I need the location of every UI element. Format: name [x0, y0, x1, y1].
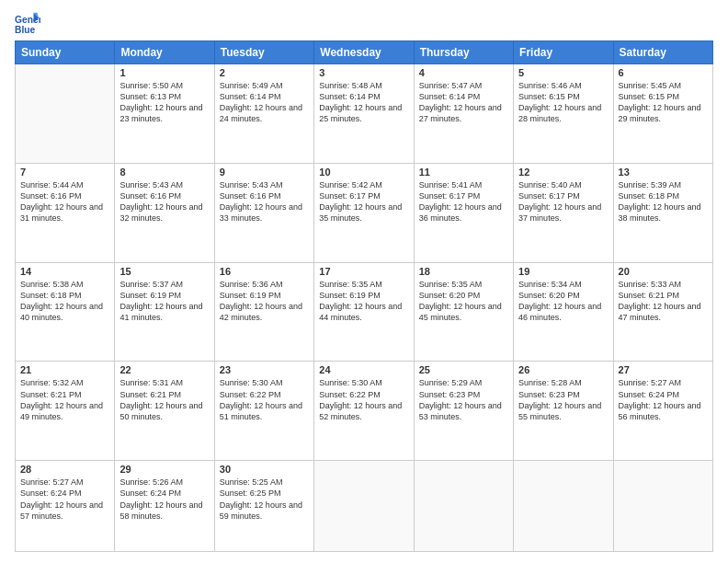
day-info: Sunrise: 5:47 AM Sunset: 6:14 PM Dayligh…	[419, 80, 508, 125]
day-header-tuesday: Tuesday	[214, 41, 313, 64]
svg-text:Blue: Blue	[15, 25, 36, 35]
day-number: 21	[20, 364, 109, 375]
day-info: Sunrise: 5:41 AM Sunset: 6:17 PM Dayligh…	[419, 179, 508, 224]
day-number: 20	[619, 266, 708, 277]
day-number: 1	[119, 67, 209, 78]
calendar-cell	[414, 461, 513, 552]
week-row-2: 7Sunrise: 5:44 AM Sunset: 6:16 PM Daylig…	[16, 163, 713, 262]
day-header-wednesday: Wednesday	[314, 41, 414, 64]
day-number: 17	[319, 266, 408, 277]
day-number: 26	[518, 364, 608, 375]
calendar-cell: 16Sunrise: 5:36 AM Sunset: 6:19 PM Dayli…	[214, 262, 313, 362]
day-info: Sunrise: 5:44 AM Sunset: 6:16 PM Dayligh…	[20, 179, 109, 224]
calendar-cell: 13Sunrise: 5:39 AM Sunset: 6:18 PM Dayli…	[613, 163, 712, 262]
day-header-sunday: Sunday	[16, 41, 115, 64]
calendar-cell: 20Sunrise: 5:33 AM Sunset: 6:21 PM Dayli…	[613, 262, 712, 362]
calendar-cell: 21Sunrise: 5:32 AM Sunset: 6:21 PM Dayli…	[16, 362, 115, 461]
day-info: Sunrise: 5:35 AM Sunset: 6:19 PM Dayligh…	[319, 279, 408, 324]
calendar-cell: 4Sunrise: 5:47 AM Sunset: 6:14 PM Daylig…	[414, 64, 513, 164]
day-number: 2	[220, 67, 309, 78]
day-info: Sunrise: 5:31 AM Sunset: 6:21 PM Dayligh…	[119, 377, 209, 422]
day-number: 5	[518, 67, 608, 78]
calendar-cell: 1Sunrise: 5:50 AM Sunset: 6:13 PM Daylig…	[115, 64, 214, 164]
page: General Blue SundayMondayTuesdayWednesda…	[0, 0, 728, 563]
day-number: 25	[419, 364, 508, 375]
day-number: 19	[518, 266, 608, 277]
header: General Blue	[15, 11, 713, 37]
day-info: Sunrise: 5:37 AM Sunset: 6:19 PM Dayligh…	[119, 279, 209, 324]
day-info: Sunrise: 5:29 AM Sunset: 6:23 PM Dayligh…	[419, 377, 508, 422]
day-info: Sunrise: 5:45 AM Sunset: 6:15 PM Dayligh…	[619, 80, 708, 125]
day-number: 30	[220, 464, 309, 475]
day-info: Sunrise: 5:28 AM Sunset: 6:23 PM Dayligh…	[518, 377, 608, 422]
calendar-cell: 14Sunrise: 5:38 AM Sunset: 6:18 PM Dayli…	[16, 262, 115, 362]
day-info: Sunrise: 5:27 AM Sunset: 6:24 PM Dayligh…	[619, 377, 708, 422]
day-info: Sunrise: 5:48 AM Sunset: 6:14 PM Dayligh…	[319, 80, 408, 125]
calendar-cell: 30Sunrise: 5:25 AM Sunset: 6:25 PM Dayli…	[214, 461, 313, 552]
calendar-cell	[314, 461, 414, 552]
week-row-3: 14Sunrise: 5:38 AM Sunset: 6:18 PM Dayli…	[16, 262, 713, 362]
day-info: Sunrise: 5:26 AM Sunset: 6:24 PM Dayligh…	[119, 477, 209, 522]
calendar-cell: 2Sunrise: 5:49 AM Sunset: 6:14 PM Daylig…	[214, 64, 313, 164]
day-info: Sunrise: 5:50 AM Sunset: 6:13 PM Dayligh…	[119, 80, 209, 125]
day-number: 15	[119, 266, 209, 277]
day-info: Sunrise: 5:30 AM Sunset: 6:22 PM Dayligh…	[220, 377, 309, 422]
calendar-cell	[514, 461, 613, 552]
calendar-cell: 17Sunrise: 5:35 AM Sunset: 6:19 PM Dayli…	[314, 262, 414, 362]
day-info: Sunrise: 5:46 AM Sunset: 6:15 PM Dayligh…	[518, 80, 608, 125]
day-number: 28	[20, 464, 109, 475]
calendar-table: SundayMondayTuesdayWednesdayThursdayFrid…	[15, 40, 713, 552]
day-number: 8	[119, 167, 209, 178]
calendar-cell: 25Sunrise: 5:29 AM Sunset: 6:23 PM Dayli…	[414, 362, 513, 461]
calendar-cell: 19Sunrise: 5:34 AM Sunset: 6:20 PM Dayli…	[514, 262, 613, 362]
calendar-cell: 10Sunrise: 5:42 AM Sunset: 6:17 PM Dayli…	[314, 163, 414, 262]
calendar-cell: 8Sunrise: 5:43 AM Sunset: 6:16 PM Daylig…	[115, 163, 214, 262]
day-number: 24	[319, 364, 408, 375]
calendar-cell: 5Sunrise: 5:46 AM Sunset: 6:15 PM Daylig…	[514, 64, 613, 164]
day-number: 3	[319, 67, 408, 78]
day-number: 27	[619, 364, 708, 375]
day-header-thursday: Thursday	[414, 41, 513, 64]
day-number: 14	[20, 266, 109, 277]
calendar-cell	[16, 64, 115, 164]
calendar-cell: 28Sunrise: 5:27 AM Sunset: 6:24 PM Dayli…	[16, 461, 115, 552]
day-info: Sunrise: 5:42 AM Sunset: 6:17 PM Dayligh…	[319, 179, 408, 224]
calendar-cell: 12Sunrise: 5:40 AM Sunset: 6:17 PM Dayli…	[514, 163, 613, 262]
calendar-header-row: SundayMondayTuesdayWednesdayThursdayFrid…	[16, 41, 713, 64]
week-row-4: 21Sunrise: 5:32 AM Sunset: 6:21 PM Dayli…	[16, 362, 713, 461]
day-number: 10	[319, 167, 408, 178]
day-number: 12	[518, 167, 608, 178]
day-number: 29	[119, 464, 209, 475]
week-row-5: 28Sunrise: 5:27 AM Sunset: 6:24 PM Dayli…	[16, 461, 713, 552]
day-number: 18	[419, 266, 508, 277]
day-info: Sunrise: 5:39 AM Sunset: 6:18 PM Dayligh…	[619, 179, 708, 224]
day-header-friday: Friday	[514, 41, 613, 64]
calendar-cell: 11Sunrise: 5:41 AM Sunset: 6:17 PM Dayli…	[414, 163, 513, 262]
logo-icon: General Blue	[15, 11, 40, 37]
day-info: Sunrise: 5:30 AM Sunset: 6:22 PM Dayligh…	[319, 377, 408, 422]
day-number: 7	[20, 167, 109, 178]
day-number: 9	[220, 167, 309, 178]
calendar-cell: 6Sunrise: 5:45 AM Sunset: 6:15 PM Daylig…	[613, 64, 712, 164]
day-number: 11	[419, 167, 508, 178]
week-row-1: 1Sunrise: 5:50 AM Sunset: 6:13 PM Daylig…	[16, 64, 713, 164]
calendar-cell: 26Sunrise: 5:28 AM Sunset: 6:23 PM Dayli…	[514, 362, 613, 461]
day-info: Sunrise: 5:49 AM Sunset: 6:14 PM Dayligh…	[220, 80, 309, 125]
calendar-cell: 18Sunrise: 5:35 AM Sunset: 6:20 PM Dayli…	[414, 262, 513, 362]
day-info: Sunrise: 5:35 AM Sunset: 6:20 PM Dayligh…	[419, 279, 508, 324]
day-number: 16	[220, 266, 309, 277]
day-number: 6	[619, 67, 708, 78]
calendar-cell: 29Sunrise: 5:26 AM Sunset: 6:24 PM Dayli…	[115, 461, 214, 552]
day-info: Sunrise: 5:36 AM Sunset: 6:19 PM Dayligh…	[220, 279, 309, 324]
day-number: 4	[419, 67, 508, 78]
day-header-monday: Monday	[115, 41, 214, 64]
day-info: Sunrise: 5:43 AM Sunset: 6:16 PM Dayligh…	[119, 179, 209, 224]
day-info: Sunrise: 5:40 AM Sunset: 6:17 PM Dayligh…	[518, 179, 608, 224]
calendar-cell: 22Sunrise: 5:31 AM Sunset: 6:21 PM Dayli…	[115, 362, 214, 461]
day-info: Sunrise: 5:34 AM Sunset: 6:20 PM Dayligh…	[518, 279, 608, 324]
calendar-cell: 3Sunrise: 5:48 AM Sunset: 6:14 PM Daylig…	[314, 64, 414, 164]
calendar-cell: 27Sunrise: 5:27 AM Sunset: 6:24 PM Dayli…	[613, 362, 712, 461]
calendar-cell: 24Sunrise: 5:30 AM Sunset: 6:22 PM Dayli…	[314, 362, 414, 461]
day-info: Sunrise: 5:27 AM Sunset: 6:24 PM Dayligh…	[20, 477, 109, 522]
calendar-cell	[613, 461, 712, 552]
